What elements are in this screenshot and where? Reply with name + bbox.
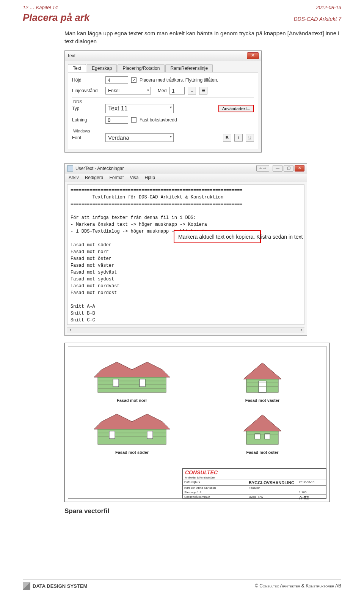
svg-rect-21	[265, 434, 270, 439]
svg-marker-12	[94, 414, 170, 429]
close-icon[interactable]: ✕	[247, 52, 259, 59]
svg-marker-18	[243, 415, 281, 431]
menu-visa[interactable]: Visa	[130, 175, 138, 180]
text-dialog-tabs: Text Egenskap Placering/Rotation Ram/Ref…	[65, 61, 261, 72]
placera-label: Placera med trådkors. Flyttning tillåten…	[140, 77, 218, 83]
callout-box: Markera aktuell text och kopiera. Klistr…	[174, 230, 261, 243]
menu-hjalp[interactable]: Hjälp	[145, 175, 155, 180]
maximize-icon[interactable]: ▢	[284, 165, 293, 172]
align-right-icon[interactable]: ≣	[199, 87, 207, 94]
lutning-input[interactable]	[105, 116, 128, 124]
tab-egenskap[interactable]: Egenskap	[87, 64, 117, 72]
dds-logo-text: DATA DESIGN SYSTEM	[33, 583, 87, 589]
tb-bygg: Bygg	[249, 495, 256, 499]
caption-vaster: Fasad mot väster	[203, 398, 322, 403]
fast-checkbox[interactable]	[131, 117, 136, 123]
tb-project3: Steninge 1:8	[183, 490, 247, 495]
anvandartext-button[interactable]: Användartext...	[218, 105, 254, 112]
placera-checkbox[interactable]	[131, 77, 136, 83]
tb-project1: Enfamiljhus	[183, 480, 247, 486]
svg-rect-5	[113, 379, 119, 387]
usertext-window: UserText - Anteckningar ⇦ ⇨ — ▢ ✕ Arkiv …	[64, 163, 307, 336]
med-label: Med	[158, 88, 166, 93]
fast-label: Fast bokstavbredd	[140, 117, 177, 123]
chapter-label: 12 … Kapitel 14	[23, 5, 58, 10]
tb-logo: CONSULTEC	[183, 469, 247, 476]
caption-oster: Fasad mot öster	[203, 450, 322, 455]
tab-placering[interactable]: Placering/Rotation	[118, 64, 165, 72]
hojd-label: Höjd	[72, 77, 102, 83]
house-north-icon	[94, 358, 170, 396]
usertext-content: ========================================…	[71, 188, 243, 325]
typ-label: Typ	[72, 106, 102, 111]
usertext-body[interactable]: ========================================…	[67, 184, 304, 325]
page-subtitle: DDS-CAD Arkitekt 7	[293, 16, 341, 22]
font-dropdown[interactable]: Verdana	[105, 133, 174, 142]
usertext-menubar: Arkiv Redigera Format Visa Hjälp	[65, 173, 307, 182]
header-date: 2012-08-13	[316, 5, 342, 10]
svg-rect-16	[109, 431, 115, 439]
bold-button[interactable]: B	[223, 134, 231, 142]
intro-paragraph: Man kan lägga upp egna texter som man en…	[64, 29, 341, 45]
drawing-frame: Fasad mot norr Fasad mot väster	[64, 343, 330, 502]
menu-redigera[interactable]: Redigera	[85, 175, 104, 180]
tb-drawing-no: A-02	[297, 495, 326, 501]
windows-group-label: Windows	[72, 127, 254, 133]
spara-heading: Spara vectorfil	[64, 507, 341, 515]
tb-logo-sub: Arkitekter & Konstruktörer	[183, 476, 247, 480]
align-left-icon[interactable]: ≡	[188, 87, 196, 94]
title-block: CONSULTEC Arkitekter & Konstruktörer Enf…	[182, 468, 326, 499]
tb-rw: RW	[258, 495, 263, 499]
svg-rect-6	[140, 379, 145, 387]
lutning-label: Lutning	[72, 117, 102, 123]
horizontal-scrollbar[interactable]	[67, 327, 304, 333]
menu-format[interactable]: Format	[109, 175, 124, 180]
minimize-icon[interactable]: —	[273, 165, 282, 172]
svg-rect-19	[246, 431, 278, 444]
tab-ram[interactable]: Ram/Referenslinje	[165, 64, 213, 72]
tb-date: 2012-08-10	[297, 480, 326, 486]
italic-button[interactable]: I	[234, 134, 243, 142]
house-west-icon	[240, 358, 285, 396]
house-east-icon	[240, 410, 285, 448]
linje-dropdown[interactable]: Enkel	[105, 87, 151, 94]
cube-icon	[23, 582, 30, 590]
med-input[interactable]	[169, 87, 185, 94]
dds-logo: DATA DESIGN SYSTEM	[23, 582, 87, 590]
tb-scale: 1:100	[297, 490, 326, 495]
page-title: Placera på ark	[23, 12, 89, 24]
copyright: © Consultec Arkitekter & Konstruktörer A…	[255, 583, 341, 589]
tb-main: BYGGLOVSHANDLING	[247, 480, 297, 486]
svg-marker-0	[94, 362, 170, 377]
usertext-title: UserText - Anteckningar	[75, 166, 124, 171]
tb-project2: Karl och Anna Karlsson	[183, 486, 247, 490]
linje-label: Linjeavstånd	[72, 88, 102, 93]
caption-norr: Fasad mot norr	[72, 398, 191, 403]
hojd-input[interactable]	[105, 76, 128, 84]
text-dialog: Text ✕ Text Egenskap Placering/Rotation …	[64, 50, 262, 153]
tb-project4: Skellefteå kommun	[183, 495, 247, 501]
font-label: Font	[72, 135, 102, 140]
text-dialog-title: Text	[67, 53, 75, 58]
close-icon[interactable]: ✕	[295, 165, 304, 172]
svg-rect-17	[147, 431, 153, 439]
svg-marker-7	[243, 363, 281, 379]
house-south-icon	[94, 410, 170, 448]
nav-arrows-icon[interactable]: ⇦ ⇨	[256, 165, 269, 172]
typ-dropdown[interactable]: Text 11	[105, 104, 174, 113]
tb-sheet: Fasader	[247, 486, 297, 490]
caption-soder: Fasad mot söder	[72, 450, 191, 455]
document-icon	[67, 165, 73, 172]
menu-arkiv[interactable]: Arkiv	[69, 175, 79, 180]
underline-button[interactable]: U	[246, 134, 254, 142]
dds-group-label: DDS	[72, 98, 254, 104]
svg-rect-20	[255, 434, 260, 439]
header-rule	[23, 26, 341, 26]
tab-text[interactable]: Text	[68, 64, 86, 72]
